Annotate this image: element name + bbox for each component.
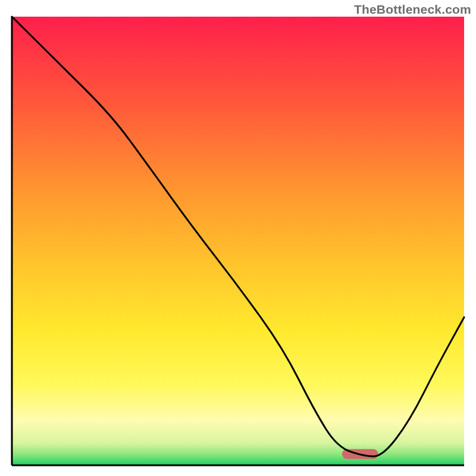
bottleneck-curve-chart bbox=[0, 0, 476, 476]
watermark-text: TheBottleneck.com bbox=[354, 2, 471, 17]
chart-container: TheBottleneck.com bbox=[0, 0, 476, 476]
